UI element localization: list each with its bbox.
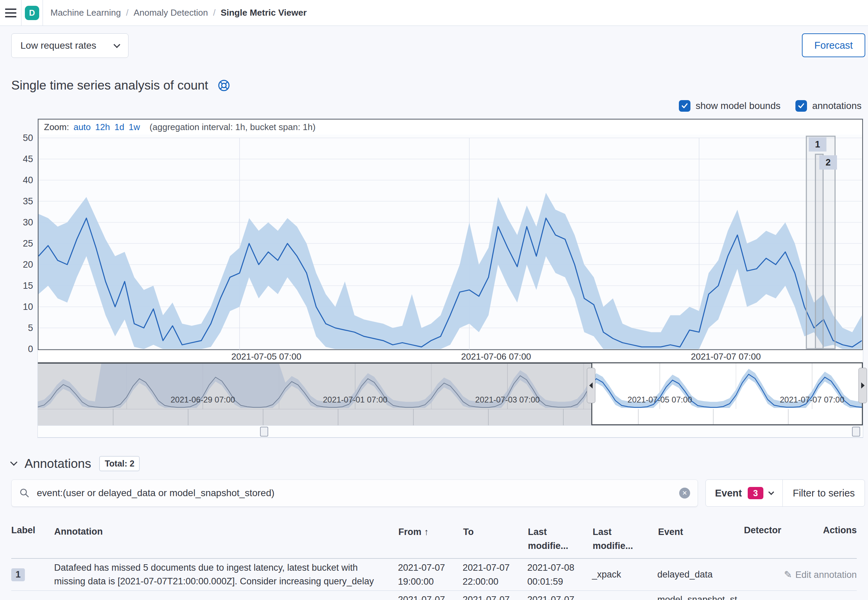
zoom-link-12h[interactable]: 12h	[95, 122, 110, 132]
annotations-checkbox-label: annotations	[812, 100, 862, 111]
space-avatar: D	[25, 6, 39, 20]
event-value: delayed_data	[657, 568, 743, 582]
page-title: Single time series analysis of count	[11, 78, 208, 92]
swimlane-cell-divider	[638, 409, 638, 425]
event-filter-dropdown[interactable]: Event 3	[706, 480, 783, 506]
top-navigation-bar: D Machine Learning / Anomaly Detection /…	[0, 0, 868, 26]
selection-left-handle[interactable]	[587, 368, 595, 403]
zoom-link-1d[interactable]: 1d	[114, 122, 125, 132]
last-modifier-value: _xpack	[592, 568, 657, 582]
navigator-tick-label: 2021-07-01 07:00	[323, 395, 388, 404]
annotations-swimlane	[38, 409, 863, 425]
column-header-to[interactable]: To	[463, 525, 528, 553]
column-header-label[interactable]: Label	[11, 525, 54, 553]
last-modified-value: 2021-07-08 00:01:59	[527, 561, 592, 588]
swimlane-cell-divider	[188, 409, 188, 425]
breadcrumb-machine-learning[interactable]: Machine Learning	[50, 8, 121, 18]
job-selector-dropdown[interactable]: Low request rates	[11, 33, 128, 58]
zoom-label: Zoom:	[44, 122, 69, 132]
y-axis-tick-label: 0	[11, 344, 33, 355]
y-axis-tick-label: 10	[11, 302, 33, 312]
y-axis-tick-label: 50	[11, 133, 33, 143]
show-model-bounds-label: show model bounds	[696, 100, 780, 111]
help-ring-icon[interactable]	[217, 79, 231, 92]
edit-annotation-button[interactable]: ✎Edit annotation	[784, 570, 857, 580]
y-axis-tick-label: 25	[11, 238, 33, 249]
swimlane-cell-divider	[263, 409, 263, 425]
sort-ascending-icon: ↑	[424, 527, 429, 537]
checkbox-checked-icon	[795, 100, 807, 112]
x-axis-labels: 2021-07-05 07:002021-07-06 07:002021-07-…	[38, 350, 863, 362]
clear-search-button[interactable]: ✕	[679, 488, 690, 498]
annotation-table-row: 1Datafeed has missed 5 documents due to …	[11, 559, 857, 591]
swimlane-cell-divider	[338, 409, 338, 425]
column-header-actions[interactable]: Actions	[785, 525, 857, 553]
swimlane-cell-divider	[788, 409, 789, 425]
column-header-detector[interactable]: Detector	[744, 525, 785, 553]
chevron-down-icon	[768, 489, 774, 495]
navigator-scrollbar	[38, 425, 863, 438]
show-model-bounds-checkbox[interactable]: show model bounds	[679, 100, 780, 112]
forecast-button[interactable]: Forecast	[802, 33, 865, 57]
to-value: 2021-07-07 22:00:00	[462, 561, 527, 588]
aggregation-info: (aggregation interval: 1h, bucket span: …	[150, 122, 316, 132]
annotation-table-row: 2Job model snapshot with id [1625700007]…	[11, 591, 857, 600]
annotations-search-box: ✕	[11, 479, 698, 507]
y-axis-tick-label: 5	[11, 323, 33, 333]
selection-right-handle[interactable]	[859, 368, 867, 403]
last-modified-value: 2021-07-07 23:20:08	[527, 593, 592, 600]
x-axis-tick-label: 2021-07-06 07:00	[459, 352, 534, 362]
scrollbar-thumb[interactable]	[260, 427, 268, 436]
main-time-series-plot[interactable]: 12	[38, 135, 862, 349]
swimlane-masked-region	[38, 409, 591, 425]
zoom-controls: Zoom: auto 12h 1d 1w (aggregation interv…	[38, 120, 862, 135]
navigator-chart-svg: 2021-06-29 07:002021-07-01 07:002021-07-…	[38, 362, 863, 409]
search-icon	[19, 488, 30, 498]
x-axis-tick-label: 2021-07-07 07:00	[689, 352, 763, 362]
column-header-last-modifie-[interactable]: Last modifie...	[593, 525, 658, 553]
scrollbar-thumb[interactable]	[852, 427, 860, 436]
event-count-badge: 3	[748, 487, 763, 499]
breadcrumb-single-metric-viewer: Single Metric Viewer	[220, 8, 306, 18]
collapse-chevron-icon[interactable]	[10, 459, 17, 466]
navigator-mask-border	[38, 362, 591, 364]
y-axis-tick-label: 40	[11, 175, 33, 186]
breadcrumb: Machine Learning / Anomaly Detection / S…	[43, 0, 307, 26]
annotations-section-title: Annotations	[24, 457, 91, 471]
checkbox-checked-icon	[679, 100, 690, 112]
triangle-left-icon	[589, 382, 593, 389]
annotation-marker-region[interactable]	[816, 154, 823, 349]
event-value: model_snapshot_stored	[657, 593, 743, 600]
navigator-tick-label: 2021-06-29 07:00	[170, 395, 235, 404]
search-input[interactable]	[37, 488, 672, 498]
column-header-from[interactable]: From↑	[398, 525, 463, 553]
event-filter-label: Event	[715, 488, 742, 499]
zoom-link-1w[interactable]: 1w	[129, 122, 140, 132]
column-header-last-modifie-[interactable]: Last modifie...	[528, 525, 593, 553]
x-axis-tick-label: 2021-07-05 07:00	[229, 352, 304, 362]
annotations-checkbox[interactable]: annotations	[795, 100, 862, 112]
zoom-link-auto[interactable]: auto	[74, 122, 91, 132]
time-series-chart-area: 05101520253035404550 Zoom: auto 12h 1d 1…	[11, 119, 857, 438]
swimlane-cell-divider	[413, 409, 414, 425]
filter-controls-group: Event 3 Filter to series	[705, 479, 865, 507]
model-bounds-band	[38, 193, 862, 349]
menu-button[interactable]	[0, 0, 21, 26]
y-axis-tick-label: 35	[11, 196, 33, 207]
to-value: 2021-07-07 20:00:00	[462, 593, 527, 600]
column-header-event[interactable]: Event	[658, 525, 744, 553]
chevron-down-icon	[114, 41, 120, 48]
navigator-tick-label: 2021-07-03 07:00	[475, 395, 540, 404]
navigator-tick-label: 2021-07-05 07:00	[628, 395, 692, 404]
filter-to-series-button[interactable]: Filter to series	[783, 480, 865, 506]
swimlane-selected-region	[591, 409, 863, 425]
breadcrumb-anomaly-detection[interactable]: Anomaly Detection	[134, 8, 208, 18]
column-header-annotation[interactable]: Annotation	[54, 525, 398, 553]
swimlane-cell-divider	[488, 409, 489, 425]
swimlane-cell-divider	[563, 409, 564, 425]
breadcrumb-separator: /	[213, 8, 215, 18]
y-axis-tick-label: 30	[11, 217, 33, 228]
breadcrumb-separator: /	[126, 8, 128, 18]
navigator-chart[interactable]: 2021-06-29 07:002021-07-01 07:002021-07-…	[38, 362, 863, 409]
space-switcher[interactable]: D	[21, 0, 43, 26]
